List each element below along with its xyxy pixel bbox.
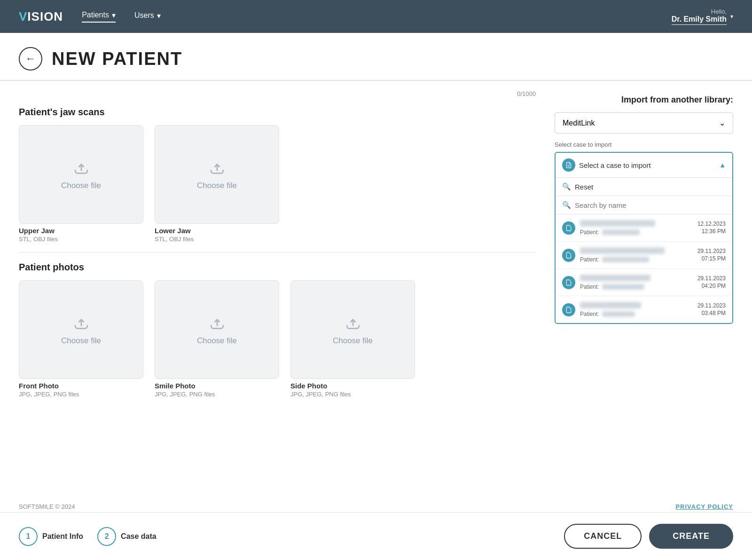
main-content: 0/1000 Patient's jaw scans Choose file U…	[0, 81, 752, 402]
search-input[interactable]	[575, 201, 726, 209]
select-case-label: Select case to import	[555, 141, 733, 148]
case-selector-header-left: Select a case to import	[562, 158, 651, 172]
step-2[interactable]: 2 Case data	[97, 527, 157, 546]
case-2-patient-row: Patient:	[580, 256, 693, 263]
hello-text: Hello,	[672, 8, 727, 15]
case-1-time-value: 12:36 PM	[697, 228, 726, 235]
smile-photo-upload-box[interactable]: Choose file	[155, 280, 279, 379]
step-2-label: Case data	[121, 532, 157, 541]
front-photo-upload-box[interactable]: Choose file	[19, 280, 143, 379]
lower-jaw-upload-box[interactable]: Choose file	[155, 125, 279, 224]
nav-users-chevron: ▾	[157, 11, 161, 20]
case-3-date-value: 29.11.2023	[697, 275, 726, 282]
case-selector-header[interactable]: Select a case to import ▲	[556, 153, 732, 178]
upper-jaw-choose-file: Choose file	[61, 181, 101, 190]
user-menu[interactable]: Hello, Dr. Emily Smith ▾	[672, 8, 733, 25]
patient-photos-row: Choose file Front Photo JPG, JPEG, PNG f…	[19, 280, 536, 398]
case-4-name-blur	[580, 302, 641, 308]
case-1-info: Patient:	[580, 220, 693, 236]
spacer	[0, 402, 752, 487]
upload-icon-lower-jaw	[208, 158, 226, 176]
cancel-button[interactable]: CANCEL	[564, 524, 642, 549]
user-dropdown-chevron: ▾	[730, 13, 733, 20]
case-1-date: 12.12.2023 12:36 PM	[697, 221, 726, 236]
smile-photo-upload-item: Choose file Smile Photo JPG, JPEG, PNG f…	[155, 280, 279, 398]
case-2-doc-svg	[565, 252, 572, 259]
case-item-1[interactable]: Patient: 12.12.2023 12:36 PM	[556, 214, 732, 242]
left-panel: 0/1000 Patient's jaw scans Choose file U…	[19, 90, 536, 402]
case-4-doc-icon	[562, 303, 575, 316]
reset-row[interactable]: 🔍 Reset	[556, 178, 732, 196]
logo: VISION	[19, 9, 63, 24]
case-3-date: 29.11.2023 04:20 PM	[697, 275, 726, 290]
upload-icon-smile-photo	[208, 314, 226, 331]
jaw-scans-row: Choose file Upper Jaw STL, OBJ files Cho…	[19, 125, 536, 243]
user-name: Dr. Emily Smith	[672, 15, 727, 25]
case-1-date-value: 12.12.2023	[697, 221, 726, 227]
smile-photo-sublabel: JPG, JPEG, PNG files	[155, 391, 279, 398]
page-title: NEW PATIENT	[52, 49, 182, 69]
navbar-left: VISION Patients ▾ Users ▾	[19, 9, 161, 24]
case-3-doc-icon	[562, 276, 575, 289]
front-photo-upload-item: Choose file Front Photo JPG, JPEG, PNG f…	[19, 280, 143, 398]
case-4-patient-blur	[602, 311, 635, 317]
doc-svg	[565, 162, 572, 168]
privacy-policy-link[interactable]: PRIVACY POLICY	[675, 503, 733, 510]
search-icon: 🔍	[562, 201, 571, 209]
lower-jaw-upload-item: Choose file Lower Jaw STL, OBJ files	[155, 125, 279, 243]
lower-jaw-sublabel: STL, OBJ files	[155, 236, 279, 243]
selector-arrow-icon: ▲	[719, 161, 726, 169]
nav-users-label: Users	[134, 11, 154, 20]
library-name: MeditLink	[563, 119, 595, 127]
right-panel: Import from another library: MeditLink ⌄…	[555, 90, 733, 402]
step-1-circle: 1	[19, 527, 38, 546]
upper-jaw-upload-box[interactable]: Choose file	[19, 125, 143, 224]
case-item-2[interactable]: Patient: 29.11.2023 07:15 PM	[556, 242, 732, 269]
case-3-patient-row: Patient:	[580, 284, 693, 290]
case-3-doc-svg	[565, 279, 572, 286]
case-3-patient-blur	[602, 284, 644, 290]
page-title-area: ← NEW PATIENT	[0, 33, 752, 81]
library-dropdown[interactable]: MeditLink ⌄	[555, 112, 733, 134]
nav-item-patients[interactable]: Patients ▾	[82, 11, 116, 23]
upload-icon-front-photo	[72, 314, 90, 331]
nav-item-users[interactable]: Users ▾	[134, 11, 161, 22]
step-2-circle: 2	[97, 527, 116, 546]
case-2-doc-icon	[562, 249, 575, 262]
step-1-label: Patient Info	[42, 532, 83, 541]
case-2-patient-label: Patient:	[580, 256, 599, 263]
case-2-patient-blur	[602, 257, 649, 262]
case-item-4[interactable]: Patient: 29.11.2023 03:48 PM	[556, 296, 732, 323]
front-photo-choose-file: Choose file	[61, 336, 101, 346]
case-4-info: Patient:	[580, 302, 693, 317]
case-1-patient-label: Patient:	[580, 229, 599, 236]
footer-bar: 1 Patient Info 2 Case data CANCEL CREATE	[0, 512, 752, 560]
step-1[interactable]: 1 Patient Info	[19, 527, 83, 546]
case-4-date: 29.11.2023 03:48 PM	[697, 302, 726, 317]
upload-icon-upper-jaw	[72, 158, 90, 176]
case-2-date-value: 29.11.2023	[697, 248, 726, 254]
smile-photo-label: Smile Photo	[155, 382, 279, 390]
case-2-info: Patient:	[580, 247, 693, 263]
case-3-time-value: 04:20 PM	[697, 283, 726, 289]
upper-jaw-upload-item: Choose file Upper Jaw STL, OBJ files	[19, 125, 143, 243]
reset-icon: 🔍	[562, 182, 571, 191]
back-button[interactable]: ←	[19, 47, 42, 71]
case-item-3[interactable]: Patient: 29.11.2023 04:20 PM	[556, 269, 732, 296]
navbar: VISION Patients ▾ Users ▾ Hello, Dr. Emi…	[0, 0, 752, 33]
copyright: SOFTSMILE © 2024	[19, 503, 75, 510]
upper-jaw-sublabel: STL, OBJ files	[19, 236, 143, 243]
create-button[interactable]: CREATE	[649, 524, 733, 549]
logo-v: V	[19, 9, 27, 24]
case-1-doc-icon	[562, 221, 575, 235]
side-photo-upload-box[interactable]: Choose file	[290, 280, 415, 379]
user-info: Hello, Dr. Emily Smith	[672, 8, 727, 25]
front-photo-sublabel: JPG, JPEG, PNG files	[19, 391, 143, 398]
side-photo-sublabel: JPG, JPEG, PNG files	[290, 391, 415, 398]
footer-actions: CANCEL CREATE	[564, 524, 733, 549]
upload-icon-side-photo	[344, 314, 362, 331]
import-title: Import from another library:	[555, 95, 733, 105]
case-1-patient-row: Patient:	[580, 229, 693, 236]
smile-photo-choose-file: Choose file	[197, 336, 237, 346]
front-photo-label: Front Photo	[19, 382, 143, 390]
